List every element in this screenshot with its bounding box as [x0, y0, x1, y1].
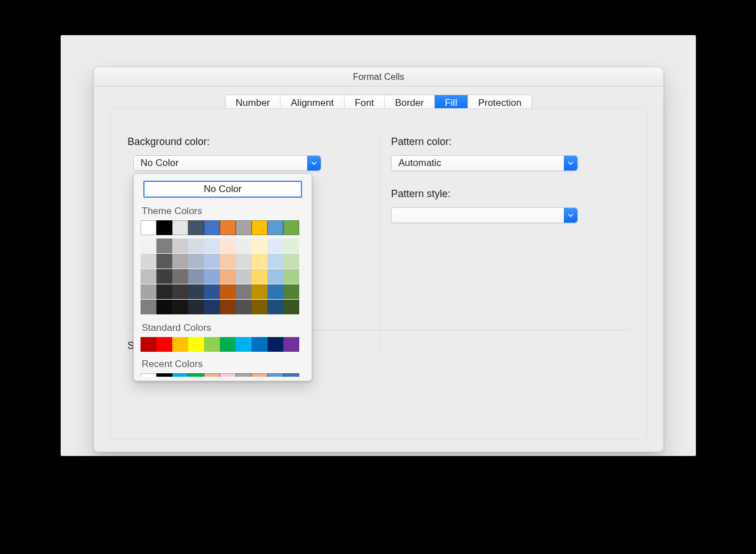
- color-swatch[interactable]: [252, 284, 267, 299]
- color-swatch[interactable]: [156, 269, 172, 284]
- color-swatch[interactable]: [220, 284, 236, 299]
- color-swatch[interactable]: [236, 337, 252, 352]
- color-swatch[interactable]: [252, 254, 267, 269]
- color-swatch[interactable]: [204, 373, 220, 377]
- color-swatch[interactable]: [172, 284, 188, 299]
- color-swatch[interactable]: [252, 373, 267, 377]
- color-swatch[interactable]: [236, 300, 252, 314]
- color-swatch[interactable]: [204, 337, 220, 352]
- color-swatch[interactable]: [283, 254, 299, 269]
- theme-colors-title: Theme Colors: [142, 206, 305, 217]
- color-swatch[interactable]: [267, 269, 283, 284]
- app-background: Format Cells Number Alignment Font Borde…: [61, 35, 696, 456]
- color-swatch[interactable]: [236, 373, 252, 377]
- color-swatch[interactable]: [204, 300, 220, 314]
- pattern-style-label: Pattern style:: [391, 188, 451, 200]
- color-swatch[interactable]: [220, 220, 236, 235]
- color-swatch[interactable]: [156, 337, 172, 352]
- background-color-value: No Color: [134, 157, 307, 169]
- color-swatch[interactable]: [252, 337, 267, 352]
- color-swatch[interactable]: [204, 269, 220, 284]
- color-swatch[interactable]: [156, 300, 172, 314]
- color-swatch[interactable]: [156, 254, 172, 269]
- color-swatch[interactable]: [267, 254, 283, 269]
- color-swatch[interactable]: [267, 337, 283, 352]
- color-swatch[interactable]: [188, 373, 204, 377]
- color-swatch[interactable]: [172, 254, 188, 269]
- color-swatch[interactable]: [141, 269, 156, 284]
- color-swatch[interactable]: [156, 373, 172, 377]
- color-swatch[interactable]: [283, 284, 299, 299]
- color-swatch[interactable]: [267, 300, 283, 314]
- color-swatch[interactable]: [188, 300, 204, 314]
- color-swatch[interactable]: [172, 300, 188, 314]
- theme-colors-main-row: [141, 220, 305, 235]
- no-color-button[interactable]: No Color: [143, 181, 302, 198]
- color-swatch[interactable]: [252, 220, 267, 235]
- color-swatch[interactable]: [188, 269, 204, 284]
- color-swatch[interactable]: [220, 254, 236, 269]
- color-swatch[interactable]: [267, 373, 283, 377]
- color-swatch[interactable]: [220, 238, 236, 253]
- color-swatch[interactable]: [220, 373, 236, 377]
- color-swatch[interactable]: [141, 220, 156, 235]
- color-swatch[interactable]: [172, 373, 188, 377]
- color-swatch[interactable]: [141, 238, 156, 253]
- color-swatch[interactable]: [252, 269, 267, 284]
- fill-panel: Background color: No Color Pattern color…: [110, 108, 647, 440]
- color-swatch[interactable]: [188, 254, 204, 269]
- color-swatch[interactable]: [283, 337, 299, 352]
- color-swatch[interactable]: [283, 220, 299, 235]
- standard-colors-title: Standard Colors: [142, 322, 305, 334]
- pattern-color-label: Pattern color:: [391, 136, 452, 148]
- color-swatch[interactable]: [236, 238, 252, 253]
- color-swatch[interactable]: [204, 284, 220, 299]
- color-swatch[interactable]: [188, 220, 204, 235]
- recent-colors-row: [141, 373, 305, 377]
- color-swatch[interactable]: [220, 337, 236, 352]
- dialog-title: Format Cells: [353, 72, 405, 82]
- color-swatch[interactable]: [172, 337, 188, 352]
- color-swatch[interactable]: [267, 220, 283, 235]
- color-swatch[interactable]: [236, 254, 252, 269]
- color-swatch[interactable]: [283, 238, 299, 253]
- color-swatch[interactable]: [188, 337, 204, 352]
- color-swatch[interactable]: [141, 284, 156, 299]
- color-swatch[interactable]: [156, 284, 172, 299]
- color-swatch[interactable]: [252, 238, 267, 253]
- color-swatch[interactable]: [141, 254, 156, 269]
- color-swatch[interactable]: [141, 373, 156, 377]
- color-swatch[interactable]: [204, 254, 220, 269]
- color-swatch[interactable]: [172, 238, 188, 253]
- color-swatch[interactable]: [236, 284, 252, 299]
- pattern-style-dropdown[interactable]: [391, 207, 578, 223]
- color-swatch[interactable]: [156, 238, 172, 253]
- theme-colors-tints: [141, 238, 305, 314]
- background-color-dropdown[interactable]: No Color: [133, 155, 321, 171]
- color-swatch[interactable]: [220, 300, 236, 314]
- color-swatch[interactable]: [188, 238, 204, 253]
- color-swatch[interactable]: [252, 300, 267, 314]
- color-swatch[interactable]: [204, 238, 220, 253]
- color-swatch[interactable]: [172, 220, 188, 235]
- color-swatch[interactable]: [283, 269, 299, 284]
- color-swatch[interactable]: [172, 269, 188, 284]
- color-picker-popover: No Color Theme Colors Standard Colors Re…: [133, 173, 312, 381]
- color-swatch[interactable]: [141, 337, 156, 352]
- color-swatch[interactable]: [188, 284, 204, 299]
- format-cells-dialog: Format Cells Number Alignment Font Borde…: [94, 67, 664, 452]
- color-swatch[interactable]: [283, 300, 299, 314]
- color-swatch[interactable]: [267, 238, 283, 253]
- chevron-down-icon: [564, 156, 577, 171]
- color-swatch[interactable]: [236, 220, 252, 235]
- color-swatch[interactable]: [283, 373, 299, 377]
- pattern-color-dropdown[interactable]: Automatic: [391, 155, 578, 171]
- color-swatch[interactable]: [156, 220, 172, 235]
- chevron-down-icon: [564, 208, 577, 223]
- color-swatch[interactable]: [141, 300, 156, 314]
- chevron-down-icon: [307, 156, 321, 171]
- color-swatch[interactable]: [204, 220, 220, 235]
- color-swatch[interactable]: [267, 284, 283, 299]
- color-swatch[interactable]: [220, 269, 236, 284]
- color-swatch[interactable]: [236, 269, 252, 284]
